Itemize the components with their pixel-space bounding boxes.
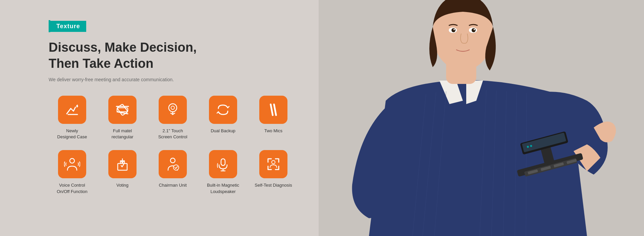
speaker-icon bbox=[215, 156, 231, 172]
feature-voting: Voting bbox=[99, 150, 146, 194]
touch-icon bbox=[165, 102, 181, 118]
icon-box-backup bbox=[209, 96, 237, 124]
feature-newly-designed-case: NewlyDesigned Case bbox=[49, 96, 96, 140]
svg-line-7 bbox=[271, 104, 273, 115]
texture-badge: Texture bbox=[49, 20, 86, 32]
diagnosis-icon bbox=[265, 156, 281, 172]
feature-voice-control: Voice ControlOn/Off Function bbox=[49, 150, 96, 194]
case-icon bbox=[64, 102, 80, 118]
feature-dual-backup: Dual Backup bbox=[200, 96, 247, 140]
svg-point-17 bbox=[272, 160, 275, 164]
sub-text: We deliver worry-free meeting and accura… bbox=[49, 77, 319, 82]
voice-icon bbox=[64, 156, 80, 172]
matel-icon bbox=[114, 102, 130, 118]
label-two-mics: Two Mics bbox=[264, 128, 282, 134]
svg-point-9 bbox=[70, 158, 74, 163]
label-newly-designed-case: NewlyDesigned Case bbox=[57, 128, 87, 140]
feature-grid: NewlyDesigned Case Full matelrectangular bbox=[49, 96, 319, 195]
feature-chairman-unit: Chairman Unit bbox=[149, 150, 196, 194]
icon-box-voting bbox=[108, 150, 137, 178]
feature-two-mics: Two Mics bbox=[250, 96, 297, 140]
left-content: Texture Discuss, Make Decision, Then Tak… bbox=[0, 0, 319, 236]
label-chairman-unit: Chairman Unit bbox=[159, 182, 186, 188]
svg-point-12 bbox=[170, 158, 175, 163]
svg-point-24 bbox=[472, 28, 476, 32]
label-full-matel: Full matelrectangular bbox=[111, 128, 133, 140]
icon-box-voice bbox=[58, 150, 86, 178]
icon-box-chairman bbox=[159, 150, 187, 178]
svg-point-6 bbox=[171, 106, 174, 109]
backup-icon bbox=[215, 102, 231, 118]
right-image-area bbox=[319, 0, 644, 236]
svg-point-13 bbox=[173, 165, 179, 170]
svg-rect-14 bbox=[221, 159, 225, 166]
voting-icon bbox=[114, 156, 130, 172]
svg-point-26 bbox=[474, 29, 475, 30]
svg-line-8 bbox=[274, 104, 276, 115]
feature-full-matel: Full matelrectangular bbox=[99, 96, 146, 140]
main-heading: Discuss, Make Decision, Then Take Action bbox=[49, 40, 319, 72]
svg-point-5 bbox=[169, 104, 177, 112]
icon-box-mics bbox=[259, 96, 287, 124]
label-dual-backup: Dual Backup bbox=[211, 128, 235, 134]
icon-box-touch bbox=[159, 96, 187, 124]
chairman-icon bbox=[165, 156, 181, 172]
svg-point-25 bbox=[453, 29, 455, 30]
label-self-test: Self-Test Diagnosis bbox=[255, 182, 292, 188]
svg-point-23 bbox=[451, 28, 455, 32]
icon-box-diagnosis bbox=[259, 150, 287, 178]
label-touch-screen: 2.1" TouchScreen Control bbox=[158, 128, 187, 140]
mics-icon bbox=[265, 102, 281, 118]
icon-box-matel bbox=[108, 96, 137, 124]
label-voting: Voting bbox=[116, 182, 128, 188]
feature-built-in-magnetic: Built-in MagneticLoudspeaker bbox=[200, 150, 247, 194]
texture-label: Texture bbox=[50, 21, 86, 32]
feature-touch-screen: 2.1" TouchScreen Control bbox=[149, 96, 196, 140]
person-illustration bbox=[319, 0, 644, 236]
label-voice-control: Voice ControlOn/Off Function bbox=[57, 182, 88, 194]
page-wrapper: Texture Discuss, Make Decision, Then Tak… bbox=[0, 0, 644, 236]
icon-box-speaker bbox=[209, 150, 237, 178]
icon-box-case bbox=[58, 96, 86, 124]
label-built-in-magnetic: Built-in MagneticLoudspeaker bbox=[207, 182, 239, 194]
feature-self-test: Self-Test Diagnosis bbox=[250, 150, 297, 194]
